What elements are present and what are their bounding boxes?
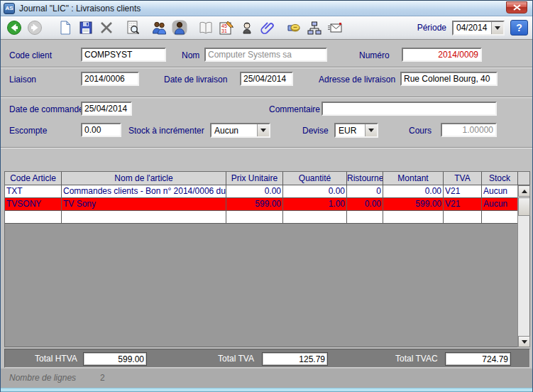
- back-button[interactable]: [5, 18, 23, 37]
- date-livraison-input[interactable]: [240, 72, 293, 86]
- save-button[interactable]: [77, 18, 95, 37]
- person-icon: [239, 20, 255, 36]
- column-header[interactable]: Nom de l'article: [62, 172, 226, 185]
- attachment-button[interactable]: [258, 18, 277, 37]
- liaison-input[interactable]: [81, 72, 139, 86]
- column-header[interactable]: Prix Unitaire: [226, 172, 283, 185]
- period-label: Période: [417, 23, 446, 33]
- forward-icon: [27, 20, 43, 36]
- adresse-livraison-label: Adresse de livraison: [319, 75, 395, 85]
- cell-prix-unitaire[interactable]: 599.00: [226, 198, 283, 211]
- header-spacer: [518, 172, 529, 185]
- catalog-button[interactable]: [197, 18, 215, 37]
- numero-input[interactable]: [402, 48, 482, 62]
- period-select[interactable]: 04/2014: [452, 21, 505, 36]
- person-button[interactable]: [238, 18, 256, 37]
- cell-stock[interactable]: Aucun: [482, 198, 518, 211]
- email-button[interactable]: [326, 18, 344, 37]
- commentaire-input[interactable]: [322, 102, 497, 116]
- column-header[interactable]: Montant: [383, 172, 444, 185]
- cell-code-article[interactable]: TVSONY: [5, 198, 62, 211]
- scroll-down-button[interactable]: [518, 336, 530, 347]
- table-row-selected[interactable]: TVSONY TV Sony 599.00 1.00 0.00 599.00 V…: [5, 198, 529, 211]
- stock-incrementer-label: Stock à incrémenter: [128, 126, 204, 136]
- column-header[interactable]: Stock: [482, 172, 518, 185]
- cell-prix-unitaire[interactable]: 0.00: [226, 185, 283, 198]
- payment-icon: [286, 20, 302, 36]
- devise-select[interactable]: EUR: [334, 123, 378, 138]
- divider: [1, 147, 533, 148]
- total-htva-label: Total HTVA: [35, 354, 77, 364]
- cell-quantite[interactable]: 0.00: [283, 185, 347, 198]
- cell-tva[interactable]: V21: [444, 185, 482, 198]
- chevron-down-icon[interactable]: [257, 124, 269, 136]
- title-bar: AS Journal "LIC" : Livraisons clients: [1, 1, 532, 16]
- numero-label: Numéro: [359, 50, 390, 60]
- adresse-livraison-input[interactable]: [400, 72, 498, 86]
- payment-button[interactable]: [285, 18, 303, 37]
- close-button[interactable]: [506, 1, 527, 13]
- delete-icon: [99, 20, 114, 36]
- table-header-row: Code Article Nom de l'article Prix Unita…: [5, 172, 529, 185]
- chevron-down-icon[interactable]: [365, 124, 377, 136]
- forward-button[interactable]: [26, 18, 44, 37]
- cell-code-article[interactable]: TXT: [5, 185, 62, 198]
- escompte-input[interactable]: [81, 123, 121, 137]
- cours-label: Cours: [409, 126, 432, 136]
- cell-ristourne[interactable]: 0.00: [347, 198, 383, 211]
- save-icon: [78, 20, 94, 36]
- cell-tva[interactable]: V21: [444, 198, 482, 211]
- table-row[interactable]: TXT Commandes clients - Bon n° 2014/0006…: [5, 185, 529, 198]
- preview-button[interactable]: [123, 18, 142, 37]
- structure-icon: [307, 20, 322, 36]
- arrow-up-icon: [522, 190, 527, 193]
- stock-incrementer-select[interactable]: Aucun: [210, 123, 270, 138]
- column-header[interactable]: Code Article: [5, 172, 62, 185]
- column-header[interactable]: Quantité: [283, 172, 347, 185]
- cell-montant[interactable]: 599.00: [383, 198, 444, 211]
- total-tvac-value: [445, 352, 511, 366]
- client-button[interactable]: [170, 18, 189, 37]
- cell-nom-article[interactable]: Commandes clients - Bon n° 2014/0006 du …: [62, 185, 226, 198]
- app-icon: AS: [4, 3, 15, 14]
- cell-nom-article[interactable]: TV Sony: [62, 198, 226, 211]
- new-document-button[interactable]: [56, 18, 75, 37]
- cell-quantite[interactable]: 1.00: [283, 198, 347, 211]
- window-bottom-border: [1, 388, 532, 392]
- table-row-empty[interactable]: [5, 211, 529, 224]
- new-document-icon: [57, 20, 73, 36]
- column-header[interactable]: TVA: [444, 172, 482, 185]
- scroll-up-button[interactable]: [518, 185, 530, 197]
- structure-button[interactable]: [305, 18, 324, 37]
- code-client-label: Code client: [9, 50, 52, 60]
- cell-stock[interactable]: Aucun: [482, 185, 518, 198]
- date-commande-label: Date de commande: [9, 104, 84, 114]
- stock-incrementer-value: Aucun: [211, 126, 257, 136]
- window-title: Journal "LIC" : Livraisons clients: [19, 4, 141, 13]
- calendar-icon: 4531: [219, 20, 234, 36]
- cell-montant[interactable]: 0.00: [383, 185, 444, 198]
- devise-label: Devise: [302, 126, 329, 136]
- code-client-input[interactable]: [81, 48, 166, 62]
- delete-button[interactable]: [97, 18, 116, 37]
- cours-input: [441, 123, 497, 137]
- divider: [1, 97, 533, 98]
- totals-bar: Total HTVA Total TVA Total TVAC: [4, 349, 530, 368]
- line-count-label: Nombre de lignes: [9, 373, 76, 383]
- calendar-button[interactable]: 4531: [217, 18, 236, 37]
- vertical-scrollbar[interactable]: [517, 185, 529, 347]
- nom-label: Nom: [182, 50, 199, 60]
- liaison-label: Liaison: [9, 75, 36, 85]
- svg-text:31: 31: [221, 28, 227, 33]
- column-header[interactable]: Ristourne: [347, 172, 383, 185]
- help-button[interactable]: ?: [510, 20, 528, 36]
- chevron-down-icon[interactable]: [491, 22, 503, 34]
- scrollbar-thumb[interactable]: [518, 197, 530, 216]
- book-icon: [198, 20, 214, 36]
- clients-button[interactable]: [150, 18, 168, 37]
- date-livraison-label: Date de livraison: [164, 75, 227, 85]
- line-count-value: 2: [100, 373, 105, 383]
- cell-ristourne[interactable]: 0: [347, 185, 383, 198]
- svg-text:45: 45: [221, 23, 227, 28]
- date-commande-input[interactable]: [81, 102, 132, 116]
